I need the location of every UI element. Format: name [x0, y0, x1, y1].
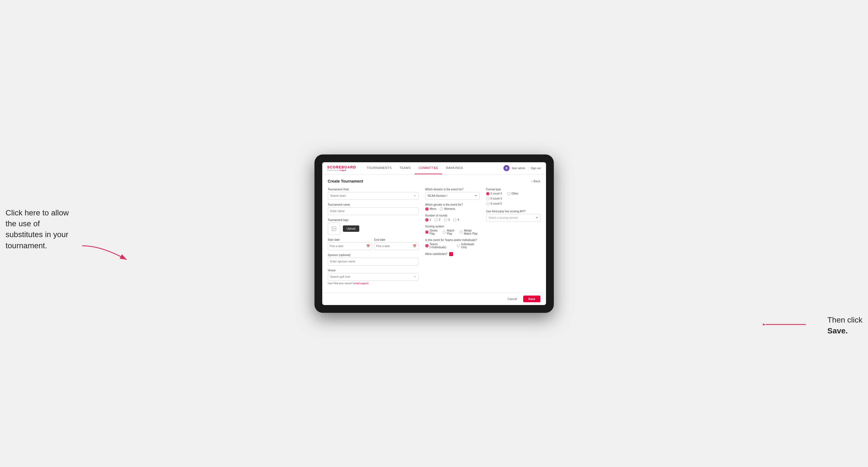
format-other[interactable]: Other: [507, 192, 519, 195]
nav-bar: SCOREBOARD Powered by clippd TOURNAMENTS…: [322, 162, 546, 175]
teams-radio-group: Teams (+Individuals) Individuals Only: [425, 243, 479, 249]
division-select[interactable]: NCAA Division I: [425, 192, 479, 200]
individuals-label-text: Individuals Only: [461, 243, 479, 249]
format-5count4[interactable]: 5 count 4: [486, 192, 502, 195]
page-title: Create Tournament: [328, 179, 363, 183]
scoring-system-label: Scoring system: [425, 225, 479, 228]
venue-input[interactable]: [330, 275, 414, 278]
round-1[interactable]: 1: [425, 218, 431, 221]
annotation-right: Then click Save.: [827, 314, 862, 336]
format-row-1: 5 count 4 Other: [486, 192, 540, 195]
nav-committee[interactable]: COMMITTEE: [415, 162, 442, 175]
round-2-label: 2: [439, 218, 440, 221]
nav-teams[interactable]: TEAMS: [396, 162, 415, 175]
format-section: Format type 5 count 4 Other: [486, 188, 540, 206]
gender-label: Which gender is the event for?: [425, 203, 479, 206]
gender-mens[interactable]: Mens: [425, 207, 436, 211]
back-label: Back: [533, 180, 540, 183]
tournament-logo-label: Tournament logo: [328, 218, 418, 221]
substitutes-label: Allow substitutes?: [425, 252, 447, 255]
logo-sub: Powered by clippd: [327, 169, 356, 171]
logo-upload-area: Upload: [328, 223, 418, 235]
dropdown-icon: ▼: [414, 194, 416, 197]
start-date-field: Start date 📅: [328, 238, 372, 250]
scoring-match-play[interactable]: Match Play: [442, 229, 456, 235]
sponsor-label: Sponsor (optional): [328, 253, 418, 257]
venue-note: Can't find your venue? email support: [328, 282, 418, 285]
scoring-medal-match-play[interactable]: Medal Match Play: [460, 229, 479, 235]
teams-label: Is this event for Teams and/or Individua…: [425, 239, 479, 242]
nav-tournaments[interactable]: TOURNAMENTS: [363, 162, 396, 175]
tournament-name-section: Tournament name: [328, 203, 418, 215]
tournament-host-input[interactable]: [330, 194, 414, 197]
tablet-frame: SCOREBOARD Powered by clippd TOURNAMENTS…: [314, 154, 554, 313]
end-date-input[interactable]: [376, 245, 412, 248]
venue-dropdown-icon: ▼: [414, 276, 416, 278]
round-4[interactable]: 4: [453, 218, 459, 221]
round-3-label: 3: [448, 218, 450, 221]
calendar-end-icon: 📅: [413, 244, 416, 248]
nav-rankings[interactable]: RANKINGS: [442, 162, 467, 175]
tournament-host-section: Tournament Host ▼: [328, 188, 418, 200]
end-date-field: End date 📅: [374, 238, 418, 250]
format-5count4-indicator: [486, 192, 490, 195]
tournament-logo-section: Tournament logo Upload: [328, 218, 418, 235]
format-6count5-indicator: [486, 202, 490, 206]
individuals-only[interactable]: Individuals Only: [457, 243, 479, 249]
nav-items: TOURNAMENTS TEAMS COMMITTEE RANKINGS: [363, 162, 503, 175]
radio-mens-label: Mens: [430, 207, 436, 210]
format-6count4-indicator: [486, 197, 490, 200]
division-label: Which division is the event for?: [425, 188, 479, 191]
calendar-icon: 📅: [366, 244, 370, 248]
format-6count5[interactable]: 6 count 5: [486, 202, 540, 206]
radio-mens-indicator: [425, 207, 429, 211]
page-content: Create Tournament ‹ Back Tournament Host…: [322, 175, 546, 292]
tournament-host-input-wrap: ▼: [328, 192, 418, 200]
scoring-medal-label: Medal Match Play: [464, 229, 479, 235]
scoring-stroke-play[interactable]: Stroke Play: [425, 229, 439, 235]
round-4-label: 4: [458, 218, 459, 221]
arrow-left-icon: [79, 243, 132, 265]
cancel-button[interactable]: Cancel: [504, 295, 520, 302]
user-name: blair admin: [512, 167, 525, 170]
back-button[interactable]: ‹ Back: [531, 180, 540, 183]
tournament-name-input[interactable]: [330, 210, 416, 213]
round-3[interactable]: 3: [444, 218, 450, 221]
email-support-link[interactable]: email support: [353, 282, 368, 285]
arrow-right-icon: [763, 317, 807, 332]
round-1-label: 1: [430, 218, 431, 221]
form-grid: Tournament Host ▼ Tournament name: [328, 188, 540, 288]
sign-out-link[interactable]: Sign out: [531, 167, 541, 170]
radio-womens-indicator: [440, 207, 443, 211]
upload-button[interactable]: Upload: [343, 225, 360, 232]
tournament-host-label: Tournament Host: [328, 188, 418, 191]
tournament-name-input-wrap: [328, 207, 418, 215]
start-date-input-wrap: 📅: [328, 242, 372, 250]
sponsor-section: Sponsor (optional): [328, 253, 418, 266]
annotation-left: Click here to allow the use of substitut…: [6, 207, 78, 251]
date-row: Start date 📅 End date 📅: [328, 238, 418, 250]
teams-label-text: Teams (+Individuals): [430, 243, 454, 249]
scoring-match-indicator: [442, 230, 446, 234]
format-label: Format type: [486, 188, 540, 191]
format-6count4-label: 6 count 4: [491, 197, 502, 200]
round-2[interactable]: 2: [434, 218, 440, 221]
scoring-api-select[interactable]: Select a scoring service: [486, 214, 540, 222]
scoring-api-label: Use third-party live scoring API?: [486, 210, 540, 213]
save-button[interactable]: Save: [523, 295, 540, 302]
start-date-input[interactable]: [330, 245, 365, 248]
substitutes-row: Allow substitutes? ✓: [425, 252, 479, 256]
end-date-input-wrap: 📅: [374, 242, 418, 250]
back-chevron-icon: ‹: [531, 180, 532, 183]
round-4-indicator: [453, 218, 456, 221]
gender-womens[interactable]: Womens: [440, 207, 455, 211]
sponsor-input[interactable]: [330, 260, 416, 263]
teams-plus-individuals[interactable]: Teams (+Individuals): [425, 243, 454, 249]
format-6count4[interactable]: 6 count 4: [486, 197, 540, 200]
teams-indicator: [425, 244, 429, 247]
app-logo: SCOREBOARD Powered by clippd: [327, 165, 356, 171]
form-col-3: Format type 5 count 4 Other: [486, 188, 540, 288]
bottom-bar: Cancel Save: [322, 292, 546, 305]
format-options: 5 count 4 Other 6 count 4: [486, 192, 540, 206]
substitutes-checkbox[interactable]: ✓: [449, 252, 453, 256]
